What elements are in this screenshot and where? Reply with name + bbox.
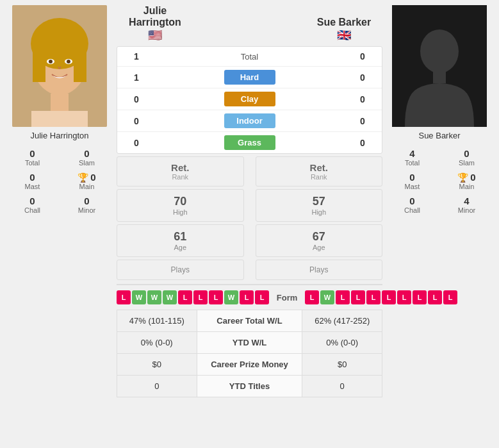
left-form-0: L xyxy=(117,290,131,304)
left-age-val: 61 xyxy=(122,230,238,244)
left-form-6: L xyxy=(209,290,223,304)
stat-label-3: YTD Titles xyxy=(197,376,302,397)
right-plays-label: Plays xyxy=(261,265,377,274)
left-slam-label: Slam xyxy=(60,159,114,167)
left-main-label: Main xyxy=(79,183,95,190)
left-mast-val: 0 xyxy=(29,172,35,183)
left-form-badges: L W W W L L L W L L xyxy=(117,290,269,304)
left-form-7: W xyxy=(224,290,238,304)
left-mast-label: Mast xyxy=(25,183,40,190)
left-player-column: Julie Harrington 0 Total 0 Slam 0 Mast xyxy=(5,5,114,397)
right-rank-val: Ret. xyxy=(261,162,377,173)
right-clay-score: 0 xyxy=(353,94,372,104)
right-form-0: L xyxy=(305,290,319,304)
left-player-name: Julie Harrington xyxy=(30,131,88,140)
right-grass-score: 0 xyxy=(353,138,372,148)
left-form-5: L xyxy=(193,290,208,304)
right-minor-val: 4 xyxy=(439,195,494,206)
stat-right-3: 0 xyxy=(302,376,382,397)
left-form-9: L xyxy=(255,290,269,304)
main-container: Julie Harrington 0 Total 0 Slam 0 Mast xyxy=(0,0,499,402)
right-indoor-score: 0 xyxy=(353,116,372,126)
left-high-label: High xyxy=(122,208,238,216)
left-age-label: Age xyxy=(122,244,238,251)
right-chall-label: Chall xyxy=(385,206,439,214)
right-form-3: L xyxy=(351,290,365,304)
right-total-score: 0 xyxy=(353,51,372,62)
right-form-2: L xyxy=(336,290,350,304)
left-total-label: Total xyxy=(5,159,60,167)
left-form-1: W xyxy=(132,290,146,304)
right-player-name-header: Sue Barker xyxy=(309,17,379,28)
left-total-val: 0 xyxy=(5,148,60,159)
right-form-1: W xyxy=(320,290,334,304)
left-clay-score: 0 xyxy=(127,94,146,104)
right-rank-label: Rank xyxy=(261,173,377,181)
left-minor-val: 0 xyxy=(60,195,114,206)
right-slam-label: Slam xyxy=(439,159,494,167)
left-main-val: 0 xyxy=(90,172,95,183)
right-player-column: Sue Barker 4 Total 0 Slam 0 Mast xyxy=(385,5,494,397)
svg-point-7 xyxy=(49,60,53,63)
right-high-val: 57 xyxy=(261,195,377,208)
svg-rect-10 xyxy=(31,111,88,127)
left-total-score: 1 xyxy=(127,51,146,62)
right-age-label: Age xyxy=(261,244,377,251)
left-grass-score: 0 xyxy=(127,138,146,148)
right-total-label: Total xyxy=(385,159,439,167)
right-slam-val: 0 xyxy=(439,148,494,159)
stat-label-1: YTD W/L xyxy=(197,332,302,354)
right-high-label: High xyxy=(261,208,377,216)
stat-left-1: 0% (0-0) xyxy=(117,332,197,354)
svg-rect-9 xyxy=(51,94,69,113)
left-form-8: L xyxy=(240,290,254,304)
clay-badge: Clay xyxy=(224,92,275,106)
svg-point-12 xyxy=(420,29,459,73)
right-mast-label: Mast xyxy=(405,183,420,190)
left-chall-val: 0 xyxy=(5,195,60,206)
left-chall-label: Chall xyxy=(5,206,60,214)
bottom-stats-table: 47% (101-115) Career Total W/L 62% (417-… xyxy=(117,310,382,397)
left-trophy-icon: 🏆 xyxy=(78,172,88,183)
right-trophy-icon: 🏆 xyxy=(457,172,468,183)
comparison-layout: Julie Harrington 0 Total 0 Slam 0 Mast xyxy=(0,0,499,402)
right-age-val: 67 xyxy=(261,230,377,244)
hard-badge: Hard xyxy=(224,70,275,85)
svg-point-8 xyxy=(67,60,70,63)
stat-label-2: Career Prize Money xyxy=(197,354,302,376)
center-column: Julie Harrington 🇺🇸 Sue Barker 🇬🇧 1 Tota… xyxy=(117,5,382,397)
right-chall-val: 0 xyxy=(385,195,439,206)
stat-left-2: $0 xyxy=(117,354,197,376)
right-main-val: 0 xyxy=(470,172,475,183)
left-indoor-score: 0 xyxy=(127,116,146,126)
stat-right-0: 62% (417-252) xyxy=(302,310,382,332)
grass-badge: Grass xyxy=(224,135,275,150)
stat-right-2: $0 xyxy=(302,354,382,376)
left-form-3: W xyxy=(163,290,177,304)
left-rank-label: Rank xyxy=(122,173,238,181)
svg-rect-13 xyxy=(433,69,446,83)
right-mast-val: 0 xyxy=(409,172,414,183)
right-main-label: Main xyxy=(459,183,475,190)
left-rank-val: Ret. xyxy=(122,162,238,173)
total-label: Total xyxy=(241,52,258,62)
left-form-2: W xyxy=(147,290,161,304)
svg-rect-3 xyxy=(33,44,45,82)
right-form-4: L xyxy=(366,290,380,304)
left-player-name-header: Julie Harrington xyxy=(120,5,190,28)
left-player-photo xyxy=(12,5,107,127)
right-player-photo xyxy=(392,5,487,127)
svg-rect-4 xyxy=(74,44,86,82)
left-high-val: 70 xyxy=(122,195,238,208)
right-player-name: Sue Barker xyxy=(418,131,460,140)
left-player-flag: 🇺🇸 xyxy=(120,28,190,42)
right-minor-label: Minor xyxy=(439,206,494,214)
left-minor-label: Minor xyxy=(60,206,114,214)
stat-right-1: 0% (0-0) xyxy=(302,332,382,354)
left-form-4: L xyxy=(178,290,192,304)
right-player-flag: 🇬🇧 xyxy=(309,28,379,42)
right-total-val: 4 xyxy=(385,148,439,159)
stat-left-0: 47% (101-115) xyxy=(117,310,197,332)
right-hard-score: 0 xyxy=(353,72,372,83)
indoor-badge: Indoor xyxy=(224,113,275,128)
